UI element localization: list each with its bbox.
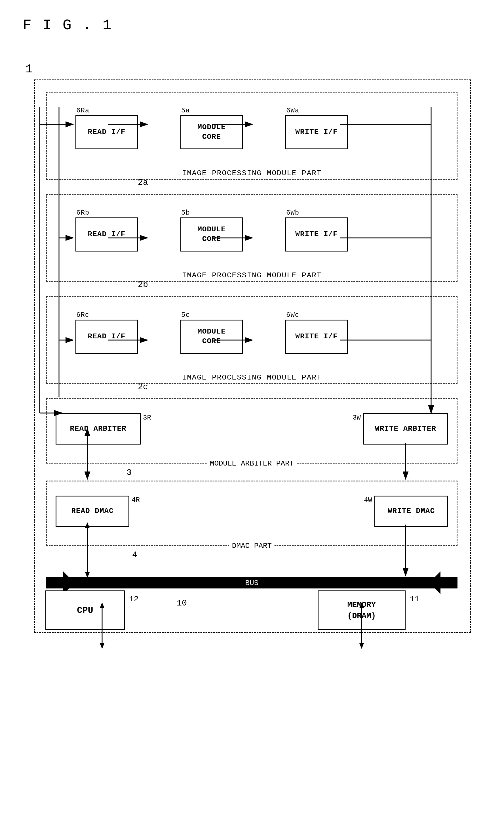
write-if-c: 6Wc WRITE I/F [285,320,348,354]
module-part-a: 6Ra READ I/F 5a MODULE CORE 6Wa WRITE I/… [46,92,457,180]
arbiter-part-number: 3 [127,468,132,478]
read-if-a: 6Ra READ I/F [75,115,138,149]
dmac-write-label: 4W [364,496,372,504]
write-if-b: 6Wb WRITE I/F [285,217,348,251]
dmac-read-label: 4R [132,496,140,504]
module-core-a: 5a MODULE CORE [180,115,243,149]
read-if-c: 6Rc READ I/F [75,320,138,354]
svg-text:BUS: BUS [244,569,259,577]
write-if-a: 6Wa WRITE I/F [285,115,348,149]
dmac-part: READ DMAC 4R WRITE DMAC 4W DMAC PART 4 [46,481,457,546]
module-part-c-label: IMAGE PROCESSING MODULE PART [179,373,325,382]
read-if-b: 6Rb READ I/F [75,217,138,251]
arbiter-read-label: 3R [143,414,151,421]
figure-title: F I G . 1 [23,17,113,34]
memory-box: MEMORY (DRAM) [318,590,406,630]
svg-marker-34 [100,643,105,649]
module-part-b: 6Rb READ I/F 5b MODULE CORE 6Wb WRITE I/… [46,194,457,282]
module-part-c: 6Rc READ I/F 5c MODULE CORE 6Wc WRITE I/… [46,296,457,384]
bus-label: 10 [177,598,187,608]
arbiter-part-label: MODULE ARBITER PART [207,459,297,468]
read-arbiter: READ ARBITER [55,413,141,444]
arbiter-part: READ ARBITER 3R WRITE ARBITER 3W MODULE … [46,398,457,464]
memory-number: 11 [410,595,419,603]
module-part-c-number: 2c [138,382,148,392]
dmac-part-label: DMAC PART [229,542,275,550]
module-core-b: 5b MODULE CORE [180,217,243,251]
svg-marker-37 [359,643,364,649]
module-core-c: 5c MODULE CORE [180,320,243,354]
module-part-a-label: IMAGE PROCESSING MODULE PART [179,169,325,177]
write-dmac: WRITE DMAC [374,496,448,527]
svg-text:BUS: BUS [245,579,259,587]
module-part-a-number: 2a [138,178,148,188]
diagram-container: 1 6Ra READ I/F 5a MODULE CORE 6Wa WRITE … [17,57,488,809]
dmac-part-number: 4 [132,550,137,560]
label-1: 1 [25,63,32,76]
read-dmac: READ DMAC [55,496,129,527]
cpu-box: CPU [45,590,125,630]
write-arbiter: WRITE ARBITER [363,413,448,444]
module-part-b-label: IMAGE PROCESSING MODULE PART [179,271,325,280]
cpu-number: 12 [129,595,139,603]
arbiter-write-label: 3W [352,414,361,421]
module-part-b-number: 2b [138,280,148,289]
outer-system-box: 6Ra READ I/F 5a MODULE CORE 6Wa WRITE I/… [34,80,471,633]
